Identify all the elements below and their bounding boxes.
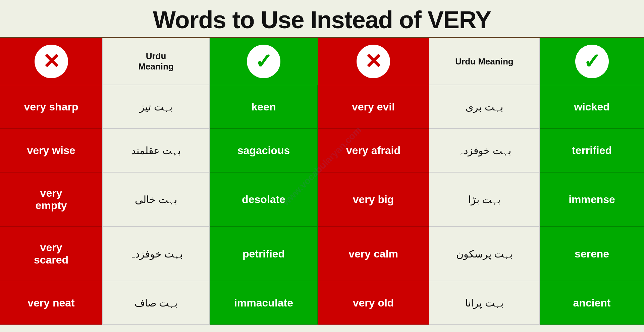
check-mark-right: ✓	[583, 51, 601, 72]
header-col3: ✓	[210, 38, 318, 85]
x-icon-right: ✕	[357, 45, 390, 78]
urdu-cell: بہت خوفزدہ	[129, 248, 183, 260]
table-row: بہت خوفزدہ	[102, 227, 210, 281]
replacement2-cell: ancient	[570, 294, 613, 312]
table-row: بہت خالی	[102, 172, 210, 227]
table-row: very sharp	[0, 85, 102, 129]
table-row: very empty	[0, 172, 102, 227]
very-word2-cell: very afraid	[343, 142, 403, 159]
header-col4: ✕	[318, 38, 429, 85]
table-row: very neat	[0, 281, 102, 325]
urdu-cell: بہت تیز	[140, 101, 172, 113]
header-col6: ✓	[540, 38, 644, 85]
table-row: terrified	[540, 129, 644, 172]
replacement2-cell: wicked	[571, 98, 612, 116]
table-row: very calm	[318, 227, 429, 281]
table-row: بہت پرانا	[429, 281, 540, 325]
very-word-cell: very wise	[24, 142, 78, 159]
header-urdu-left: Urdu Meaning	[102, 38, 210, 85]
very-word-cell: very neat	[25, 294, 77, 312]
table-row: بہت بری	[429, 85, 540, 129]
check-icon-left: ✓	[247, 45, 280, 78]
table-row: بہت عقلمند	[102, 129, 210, 172]
table-container: ✕ Urdu Meaning ✓ ✕ Urdu Meaning ✓ very s…	[0, 38, 644, 332]
page-title: Words to Use Instead of VERY	[0, 6, 644, 34]
replacement2-cell: immense	[566, 191, 618, 208]
check-icon-right: ✓	[575, 45, 609, 78]
table-row: بہت بڑا	[429, 172, 540, 227]
very-word-cell: very scared	[31, 239, 71, 269]
table-row: serene	[540, 227, 644, 281]
table-row: immense	[540, 172, 644, 227]
replacement2-cell: serene	[572, 245, 612, 263]
urdu-meaning-label-left: Urdu Meaning	[138, 51, 173, 72]
replacement2-cell: terrified	[569, 142, 614, 159]
very-word2-cell: very evil	[349, 98, 397, 116]
x-icon-left: ✕	[35, 45, 68, 78]
table-row: بہت خوفزدہ	[429, 129, 540, 172]
urdu2-cell: بہت پرانا	[465, 297, 503, 309]
table-row: desolate	[210, 172, 318, 227]
table-row: بہت صاف	[102, 281, 210, 325]
table-row: very scared	[0, 227, 102, 281]
table-row: wicked	[540, 85, 644, 129]
table-row: very evil	[318, 85, 429, 129]
header-urdu-right: Urdu Meaning	[429, 38, 540, 85]
urdu-cell: بہت خالی	[135, 194, 177, 205]
table-row: ancient	[540, 281, 644, 325]
x-mark-left: ✕	[43, 51, 60, 72]
urdu2-cell: بہت پرسکون	[456, 248, 513, 260]
table-row: بہت پرسکون	[429, 227, 540, 281]
replacement-cell: desolate	[239, 191, 288, 208]
table-row: keen	[210, 85, 318, 129]
replacement-cell: petrified	[240, 245, 287, 263]
title-section: Words to Use Instead of VERY	[0, 0, 644, 38]
table-row: بہت تیز	[102, 85, 210, 129]
header-col1: ✕	[0, 38, 102, 85]
table-row: very big	[318, 172, 429, 227]
table-row: sagacious	[210, 129, 318, 172]
table-row: very old	[318, 281, 429, 325]
urdu2-cell: بہت خوفزدہ	[458, 145, 511, 156]
urdu2-cell: بہت بری	[466, 101, 503, 113]
urdu-cell: بہت عقلمند	[131, 145, 181, 156]
table-row: very afraid	[318, 129, 429, 172]
replacement-cell: immaculate	[231, 294, 296, 312]
urdu-meaning-label-right: Urdu Meaning	[455, 56, 513, 67]
check-mark-left: ✓	[255, 51, 272, 72]
urdu2-cell: بہت بڑا	[468, 194, 500, 205]
page-wrapper: www.vocabularyan.com Words to Use Instea…	[0, 0, 644, 332]
very-word2-cell: very calm	[346, 245, 401, 263]
very-word2-cell: very old	[350, 294, 397, 312]
table-row: immaculate	[210, 281, 318, 325]
table-row: petrified	[210, 227, 318, 281]
replacement-cell: sagacious	[235, 142, 293, 159]
replacement-cell: keen	[249, 98, 279, 116]
urdu-cell: بہت صاف	[135, 297, 177, 309]
very-word2-cell: very big	[350, 191, 397, 208]
table-row: very wise	[0, 129, 102, 172]
very-word-cell: very empty	[33, 184, 69, 215]
x-mark-right: ✕	[365, 51, 382, 72]
very-word-cell: very sharp	[21, 98, 81, 116]
